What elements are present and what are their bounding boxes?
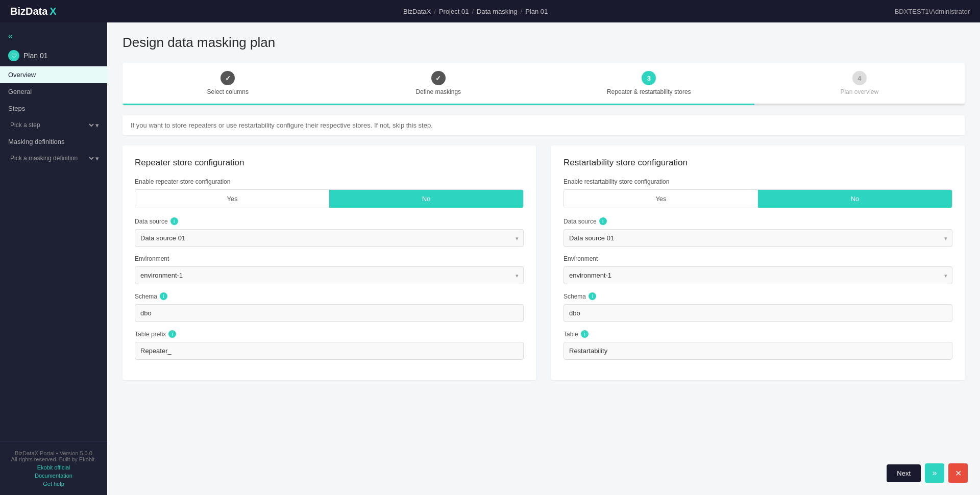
repeater-schema-label: Schema i	[135, 292, 524, 300]
repeater-tableprefix-input[interactable]	[135, 342, 524, 360]
restartability-toggle-group[interactable]: Yes No	[564, 189, 952, 208]
restartability-config-title: Restartability store configuration	[564, 158, 952, 168]
footer-link-docs[interactable]: Documentation	[8, 473, 99, 479]
sidebar: « 🛡 Plan 01 Overview General Steps Pick …	[0, 22, 107, 495]
repeater-tableprefix-label: Table prefix i	[135, 330, 524, 338]
restartability-schema-info-icon: i	[589, 292, 596, 300]
repeater-environment-select[interactable]: environment-1	[135, 266, 524, 284]
step-1: ✓ Select columns	[122, 63, 333, 105]
repeater-datasource-wrapper: Data source 01 ▾	[135, 229, 524, 247]
restartability-schema-label: Schema i	[564, 292, 952, 300]
restartability-table-label: Table i	[564, 330, 952, 338]
restartability-datasource-field: Data source i Data source 01 ▾	[564, 217, 952, 247]
sidebar-plan: 🛡 Plan 01	[0, 45, 107, 66]
masking-select[interactable]: Pick a masking definition	[8, 154, 95, 162]
restartability-table-info-icon: i	[581, 330, 589, 338]
config-columns: Repeater store configuration Enable repe…	[122, 145, 965, 380]
repeater-datasource-label: Data source i	[135, 217, 524, 225]
repeater-config-title: Repeater store configuration	[135, 158, 524, 168]
repeater-schema-field: Schema i	[135, 292, 524, 322]
step-3: 3 Repeater & restartability stores	[544, 63, 754, 105]
breadcrumb-item-1[interactable]: BizDataX	[403, 8, 431, 15]
restartability-config: Restartability store configuration Enabl…	[551, 145, 965, 380]
page-title: Design data masking plan	[122, 35, 965, 51]
restartability-toggle-no[interactable]: No	[758, 190, 952, 208]
logo-text: BizData	[10, 6, 47, 17]
step-4-label: Plan overview	[840, 88, 878, 95]
restartability-environment-select[interactable]: environment-1	[564, 266, 952, 284]
breadcrumb: BizDataX / Project 01 / Data masking / P…	[403, 8, 548, 15]
footer-line1: BizDataX Portal • Version 5.0.0	[8, 450, 99, 456]
footer-link-help[interactable]: Get help	[8, 481, 99, 487]
restartability-table-field: Table i	[564, 330, 952, 360]
step-2: ✓ Define maskings	[333, 63, 544, 105]
repeater-enable-label: Enable repeater store configuration	[135, 178, 524, 185]
step-1-circle: ✓	[220, 71, 235, 85]
repeater-toggle-no[interactable]: No	[329, 190, 523, 208]
repeater-datasource-select[interactable]: Data source 01	[135, 229, 524, 247]
restartability-datasource-label: Data source i	[564, 217, 952, 225]
repeater-schema-info-icon: i	[160, 292, 167, 300]
repeater-toggle-group[interactable]: Yes No	[135, 189, 524, 208]
restartability-datasource-select[interactable]: Data source 01	[564, 229, 952, 247]
step-4-circle: 4	[852, 71, 867, 85]
restartability-enable-label: Enable restartability store configuratio…	[564, 178, 952, 185]
footer-line2: All rights reserved. Built by Ekobit.	[8, 456, 99, 462]
step-2-circle: ✓	[431, 71, 446, 85]
step-4: 4 Plan overview	[754, 63, 965, 105]
sidebar-item-general[interactable]: General	[0, 83, 107, 100]
plan-icon: 🛡	[8, 50, 19, 61]
sidebar-masking-picker[interactable]: Pick a masking definition ▾	[0, 150, 107, 166]
repeater-environment-label: Environment	[135, 255, 524, 262]
repeater-datasource-info-icon: i	[170, 217, 178, 225]
sidebar-section-masking: Masking definitions	[0, 133, 107, 150]
nav-close-button[interactable]: ✕	[948, 463, 968, 483]
repeater-enable-field: Enable repeater store configuration Yes …	[135, 178, 524, 208]
repeater-tableprefix-info-icon: i	[168, 330, 176, 338]
step-1-label: Select columns	[207, 88, 249, 95]
step-select[interactable]: Pick a step	[8, 121, 95, 129]
footer-link-ekobit[interactable]: Ekobit official	[8, 464, 99, 471]
user-info: BDXTEST1\Administrator	[895, 8, 970, 15]
restartability-datasource-info-icon: i	[599, 217, 607, 225]
sidebar-footer: BizDataX Portal • Version 5.0.0 All righ…	[0, 441, 107, 495]
repeater-environment-field: Environment environment-1 ▾	[135, 255, 524, 284]
nav-right-button[interactable]: »	[925, 463, 944, 483]
restartability-schema-input[interactable]	[564, 304, 952, 322]
restartability-enable-field: Enable restartability store configuratio…	[564, 178, 952, 208]
bottom-bar: Next » ✕	[887, 463, 968, 483]
step-3-label: Repeater & restartability stores	[607, 88, 691, 95]
breadcrumb-item-3[interactable]: Data masking	[477, 8, 517, 15]
restartability-environment-field: Environment environment-1 ▾	[564, 255, 952, 284]
step-3-circle: 3	[642, 71, 656, 85]
repeater-datasource-field: Data source i Data source 01 ▾	[135, 217, 524, 247]
step-2-label: Define maskings	[415, 88, 461, 95]
repeater-tableprefix-field: Table prefix i	[135, 330, 524, 360]
logo-x: X	[50, 6, 56, 17]
restartability-schema-field: Schema i	[564, 292, 952, 322]
sidebar-item-overview[interactable]: Overview	[0, 66, 107, 83]
stepper: ✓ Select columns ✓ Define maskings 3 Rep…	[122, 63, 965, 105]
breadcrumb-item-4: Plan 01	[525, 8, 548, 15]
restartability-environment-wrapper: environment-1 ▾	[564, 266, 952, 284]
sidebar-section-steps: Steps	[0, 100, 107, 117]
info-message: If you want to store repeaters or use re…	[122, 115, 965, 135]
breadcrumb-item-2[interactable]: Project 01	[439, 8, 469, 15]
restartability-datasource-wrapper: Data source 01 ▾	[564, 229, 952, 247]
chevron-down-icon-2: ▾	[95, 155, 99, 162]
top-nav: BizDataX BizDataX / Project 01 / Data ma…	[0, 0, 980, 22]
restartability-toggle-yes[interactable]: Yes	[564, 190, 758, 208]
repeater-toggle-yes[interactable]: Yes	[135, 190, 329, 208]
main-content: Design data masking plan ✓ Select column…	[107, 22, 980, 495]
logo: BizDataX	[10, 6, 57, 17]
repeater-config: Repeater store configuration Enable repe…	[122, 145, 536, 380]
plan-name: Plan 01	[23, 52, 47, 60]
back-button[interactable]: «	[0, 28, 107, 45]
repeater-environment-wrapper: environment-1 ▾	[135, 266, 524, 284]
repeater-schema-input[interactable]	[135, 304, 524, 322]
sidebar-step-picker[interactable]: Pick a step ▾	[0, 117, 107, 133]
chevron-down-icon: ▾	[95, 121, 99, 129]
restartability-environment-label: Environment	[564, 255, 952, 262]
restartability-table-input[interactable]	[564, 342, 952, 360]
next-button[interactable]: Next	[887, 464, 921, 482]
